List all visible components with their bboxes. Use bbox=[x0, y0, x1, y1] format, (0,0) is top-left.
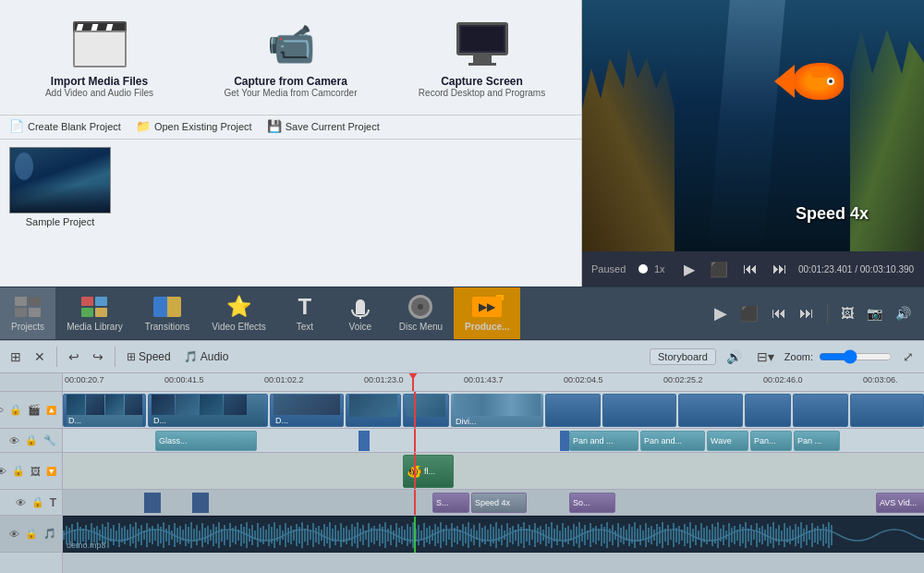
svg-rect-89 bbox=[307, 525, 309, 545]
audio-lock-icon[interactable]: 🔒 bbox=[23, 527, 40, 541]
audio-waveform-btn[interactable]: 🔊 bbox=[722, 347, 747, 367]
effect-clip-pan1[interactable]: Pan and ... bbox=[569, 431, 638, 451]
text-clip-s[interactable]: S... bbox=[432, 493, 469, 513]
video-clip-4[interactable] bbox=[346, 394, 401, 427]
speed-button[interactable]: ⊞ Speed bbox=[122, 347, 176, 366]
toolbar-video-effects[interactable]: ⭐ Video Effects bbox=[201, 287, 277, 339]
svg-rect-43 bbox=[179, 526, 181, 544]
timeline-grid-button[interactable]: ⊞ bbox=[6, 347, 26, 367]
video-clip-5[interactable] bbox=[403, 394, 449, 427]
video-clip-divi[interactable]: Divi... bbox=[451, 394, 543, 427]
video-clip-2[interactable]: D... bbox=[148, 394, 268, 427]
svg-rect-261 bbox=[784, 523, 785, 547]
svg-rect-46 bbox=[188, 527, 189, 543]
effect-clip-glass[interactable]: Glass... bbox=[155, 431, 257, 451]
play-button[interactable]: ▶ bbox=[680, 259, 699, 280]
video-clip-7[interactable] bbox=[602, 394, 676, 427]
progress-handle[interactable] bbox=[638, 264, 648, 274]
open-existing-project-link[interactable]: 📁 Open Existing Project bbox=[136, 119, 252, 133]
storyboard-button[interactable]: Storyboard bbox=[650, 348, 716, 365]
zoom-slider[interactable] bbox=[819, 349, 893, 364]
toolbar-produce[interactable]: ▶▶ Produce... bbox=[454, 287, 520, 339]
svg-rect-204 bbox=[626, 530, 627, 541]
capture-camera-button[interactable]: 📹 Capture from Camera Get Your Media fro… bbox=[199, 9, 383, 107]
toolbar-prev-button[interactable]: ⏮ bbox=[768, 303, 790, 323]
undo-button[interactable]: ↩ bbox=[64, 347, 84, 367]
eye3-icon[interactable]: 👁 bbox=[0, 465, 8, 478]
eye-icon[interactable]: 👁 bbox=[0, 404, 6, 417]
svg-rect-29 bbox=[140, 525, 142, 545]
capture-screen-button[interactable]: Capture Screen Record Desktop and Progra… bbox=[390, 9, 574, 107]
video-clip-8[interactable] bbox=[678, 394, 743, 427]
save-project-label: Save Current Project bbox=[286, 121, 380, 132]
svg-rect-271 bbox=[811, 523, 813, 547]
text-clip-avs[interactable]: AVS Vid... bbox=[876, 493, 924, 513]
effect-clip-wave[interactable]: Wave bbox=[707, 431, 748, 451]
view-options-btn[interactable]: ⊟▾ bbox=[752, 347, 779, 367]
save-project-link[interactable]: 💾 Save Current Project bbox=[267, 119, 380, 133]
lock3-icon[interactable]: 🔒 bbox=[10, 464, 27, 478]
svg-rect-145 bbox=[462, 524, 464, 546]
video-clip-1[interactable]: D... bbox=[63, 394, 146, 427]
import-media-button[interactable]: Import Media Files Add Video and Audio F… bbox=[7, 9, 191, 107]
svg-rect-72 bbox=[260, 528, 261, 543]
effect-icon[interactable]: 🔧 bbox=[42, 433, 58, 447]
effect-clip-pan3[interactable]: Pan... bbox=[750, 431, 792, 451]
audio-button[interactable]: 🎵 Audio bbox=[179, 347, 234, 366]
text-clip-so[interactable]: So... bbox=[569, 493, 615, 513]
eye4-icon[interactable]: 👁 bbox=[14, 496, 28, 509]
video-clip-11[interactable] bbox=[850, 394, 924, 427]
video-clip-6[interactable] bbox=[545, 394, 601, 427]
eye2-icon[interactable]: 👁 bbox=[7, 434, 21, 447]
toolbar-next-button[interactable]: ⏭ bbox=[796, 303, 818, 323]
svg-rect-21 bbox=[118, 523, 120, 547]
video-clip-10[interactable] bbox=[793, 394, 848, 427]
effect-clip-pan4[interactable]: Pan ... bbox=[794, 431, 840, 451]
svg-rect-193 bbox=[595, 526, 597, 544]
lock4-icon[interactable]: 🔒 bbox=[30, 495, 46, 509]
toolbar-voice[interactable]: Voice bbox=[333, 287, 388, 339]
text-label: Text bbox=[297, 322, 313, 332]
storyboard-label: Storyboard bbox=[658, 351, 708, 362]
video-clip-9[interactable] bbox=[745, 394, 791, 427]
film-icon[interactable]: 🎬 bbox=[26, 403, 43, 417]
svg-rect-227 bbox=[689, 522, 691, 548]
toolbar-screen-btn[interactable]: 📷 bbox=[863, 304, 886, 323]
video-clip-3[interactable]: D... bbox=[270, 394, 344, 427]
create-blank-project-link[interactable]: 📄 Create Blank Project bbox=[9, 119, 121, 133]
toolbar-stop-button[interactable]: ⬛ bbox=[736, 303, 762, 324]
stop-button[interactable]: ⬛ bbox=[706, 259, 732, 280]
toolbar-projects[interactable]: Projects bbox=[0, 287, 55, 339]
svg-rect-18 bbox=[110, 529, 112, 542]
text-clip-speed4x[interactable]: Speed 4x bbox=[471, 493, 527, 513]
svg-rect-5 bbox=[74, 530, 76, 541]
toolbar-media-library[interactable]: Media Library bbox=[55, 287, 134, 339]
toolbar-play-button[interactable]: ▶ bbox=[711, 301, 731, 325]
lock-icon[interactable]: 🔒 bbox=[7, 403, 24, 417]
lock2-icon[interactable]: 🔒 bbox=[23, 433, 40, 447]
prev-frame-button[interactable]: ⏮ bbox=[739, 259, 761, 279]
toolbar-text[interactable]: T Text bbox=[277, 287, 333, 339]
music-icon[interactable]: 🎵 bbox=[42, 527, 58, 541]
image-icon[interactable]: 🖼 bbox=[29, 465, 43, 478]
toolbar-snapshot-btn[interactable]: 🖼 bbox=[837, 304, 857, 323]
effect-clip-pan2[interactable]: Pan and... bbox=[640, 431, 705, 451]
svg-rect-161 bbox=[506, 523, 508, 547]
sample-project-thumb[interactable]: Sample Project bbox=[9, 147, 111, 227]
toolbar-disc-menu[interactable]: Disc Menu bbox=[388, 287, 454, 339]
text-track-icon[interactable]: T bbox=[48, 495, 58, 510]
audio-up-btn[interactable]: 🔼 bbox=[44, 405, 58, 416]
svg-rect-85 bbox=[296, 524, 298, 546]
redo-button[interactable]: ↪ bbox=[88, 347, 108, 367]
fish-clip[interactable]: 🐠 fl... bbox=[403, 455, 454, 488]
svg-rect-102 bbox=[343, 528, 345, 543]
fit-timeline-button[interactable]: ⤢ bbox=[898, 347, 918, 367]
text-icon: T bbox=[290, 295, 320, 319]
toolbar-volume-btn[interactable]: 🔊 bbox=[892, 304, 915, 323]
audio-eye-icon[interactable]: 👁 bbox=[7, 528, 21, 541]
timeline-delete-button[interactable]: ✕ bbox=[30, 347, 50, 367]
toolbar-transitions[interactable]: Transitions bbox=[134, 287, 201, 339]
next-frame-button[interactable]: ⏭ bbox=[769, 259, 791, 279]
audio-down-btn[interactable]: 🔽 bbox=[44, 466, 58, 477]
import-media-sub: Add Video and Audio Files bbox=[45, 88, 153, 98]
